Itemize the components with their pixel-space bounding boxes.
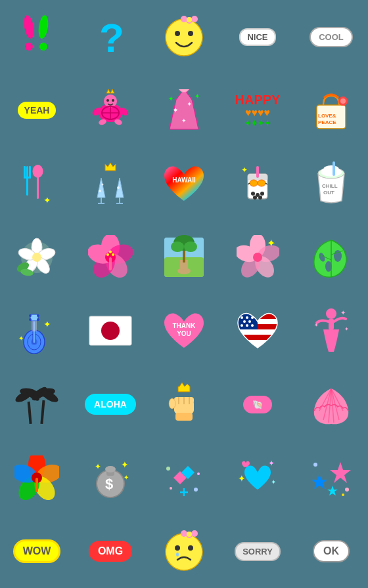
cell-chill-out[interactable]: CHILL OUT <box>294 147 368 220</box>
svg-point-64 <box>253 196 257 200</box>
cell-happy[interactable]: HAPPY ♥♥♥♥ ✦✦✦✦ <box>221 74 294 147</box>
svg-point-150 <box>326 308 336 319</box>
svg-point-206 <box>191 530 198 537</box>
svg-point-203 <box>188 545 193 551</box>
cell-mahalo[interactable]: 🐚 <box>221 368 294 441</box>
cell-wow[interactable]: WOW <box>0 514 74 588</box>
svg-rect-140 <box>238 340 277 348</box>
cell-sparkle-diamonds[interactable] <box>147 441 221 514</box>
svg-rect-48 <box>116 203 123 204</box>
svg-point-187 <box>197 472 200 475</box>
cell-hibiscus-rainbow[interactable] <box>0 441 74 514</box>
mahalo-label[interactable]: 🐚 <box>243 396 272 413</box>
cell-bubble-tea[interactable]: ✦ <box>221 147 294 220</box>
svg-point-205 <box>181 530 187 537</box>
svg-text:✦: ✦ <box>43 320 51 329</box>
svg-rect-47 <box>119 198 120 203</box>
aloha-speech-bubble[interactable]: ALOHA <box>85 394 136 415</box>
cell-money-bag[interactable]: $ ✦ ✦ ✦ <box>74 441 147 514</box>
svg-rect-36 <box>26 166 28 196</box>
cell-nice[interactable]: NICE <box>221 0 294 74</box>
svg-rect-45 <box>98 203 104 204</box>
svg-point-61 <box>251 192 255 196</box>
cell-smiley[interactable] <box>147 0 221 74</box>
svg-rect-90 <box>109 257 112 270</box>
cell-yeah[interactable]: YEAH <box>0 74 74 147</box>
svg-point-207 <box>187 532 192 537</box>
cell-fork-knife[interactable]: ✦ <box>0 147 74 220</box>
cell-monstera[interactable] <box>294 220 368 294</box>
svg-point-11 <box>187 17 192 22</box>
svg-point-35 <box>340 98 346 104</box>
svg-point-145 <box>243 320 246 323</box>
omg-speech-bubble[interactable]: OMG <box>89 541 132 562</box>
cell-ukulele[interactable]: ✦ ✦ <box>0 294 74 368</box>
svg-text:✦: ✦ <box>124 474 129 481</box>
cell-hibiscus-light[interactable]: ✦ <box>221 220 294 294</box>
cell-turtle[interactable] <box>74 74 147 147</box>
cell-hawaii-heart[interactable]: HAWAII <box>147 147 221 220</box>
svg-point-65 <box>258 196 262 200</box>
svg-point-93 <box>109 251 112 253</box>
cell-white-flowers[interactable] <box>0 220 74 294</box>
ok-speech-bubble[interactable]: OK <box>313 540 350 562</box>
svg-point-81 <box>32 253 41 262</box>
cell-fist-crown[interactable] <box>147 368 221 441</box>
cell-cocktails[interactable] <box>74 147 147 220</box>
cell-tropical-scene[interactable] <box>147 220 221 294</box>
cell-palm-trees[interactable] <box>0 368 74 441</box>
cool-speech-bubble[interactable]: COOL <box>310 27 353 47</box>
svg-point-50 <box>99 190 101 192</box>
svg-point-10 <box>191 16 198 22</box>
svg-text:✦: ✦ <box>181 117 187 124</box>
yeah-speech-bubble[interactable]: YEAH <box>18 102 57 119</box>
svg-point-63 <box>260 192 264 196</box>
svg-point-21 <box>106 99 109 102</box>
svg-text:✦: ✦ <box>172 106 179 115</box>
svg-point-102 <box>184 242 197 252</box>
cell-hula-dancer[interactable]: ✦ ✦ ✦ <box>294 294 368 368</box>
svg-marker-23 <box>106 89 114 93</box>
svg-text:✦: ✦ <box>121 460 129 470</box>
svg-rect-38 <box>29 166 31 178</box>
cell-heart-sparkle[interactable]: ✦ ✦ ✦ <box>221 441 294 514</box>
svg-point-124 <box>37 318 39 321</box>
cell-exclamation[interactable] <box>0 0 74 74</box>
svg-text:$: $ <box>105 476 113 492</box>
cell-hibiscus-pink[interactable] <box>74 220 147 294</box>
svg-text:✦: ✦ <box>95 462 101 471</box>
svg-marker-43 <box>97 178 105 198</box>
svg-text:✦: ✦ <box>267 238 275 249</box>
svg-text:✦: ✦ <box>314 322 319 328</box>
cell-ok[interactable]: OK <box>294 514 368 588</box>
cell-usa-heart[interactable] <box>221 294 294 368</box>
svg-point-169 <box>169 398 175 409</box>
cell-sad-face[interactable] <box>147 514 221 588</box>
happy-label: HAPPY <box>235 93 281 107</box>
svg-point-122 <box>37 314 39 317</box>
cell-shell[interactable] <box>294 368 368 441</box>
cell-omg[interactable]: OMG <box>74 514 147 588</box>
cell-thank-you[interactable]: THANK YOU <box>147 294 221 368</box>
cell-dress[interactable]: ✦ ✦ ✦ ✦ ✦ <box>147 74 221 147</box>
wow-speech-bubble[interactable]: WOW <box>15 541 59 561</box>
svg-point-121 <box>29 314 32 317</box>
svg-rect-72 <box>333 161 335 176</box>
sorry-speech-bubble[interactable]: SORRY <box>235 542 281 561</box>
nice-speech-bubble[interactable]: NICE <box>239 28 275 46</box>
cell-stars-sparkle[interactable] <box>294 441 368 514</box>
svg-point-51 <box>102 184 104 186</box>
cell-question[interactable]: ? <box>74 0 147 74</box>
svg-point-101 <box>171 242 184 252</box>
svg-marker-196 <box>311 474 327 489</box>
svg-text:✦: ✦ <box>18 335 24 342</box>
cell-sorry[interactable]: SORRY <box>221 514 294 588</box>
svg-point-149 <box>251 324 254 327</box>
cell-lovePeace[interactable]: LOVE& PEACE <box>294 74 368 147</box>
cell-aloha[interactable]: ALOHA <box>74 368 147 441</box>
svg-marker-163 <box>178 383 190 392</box>
cell-japan-flag[interactable] <box>74 294 147 368</box>
cell-cool[interactable]: COOL <box>294 0 368 74</box>
svg-text:LOVE&: LOVE& <box>318 113 336 119</box>
svg-text:OUT: OUT <box>323 190 334 196</box>
